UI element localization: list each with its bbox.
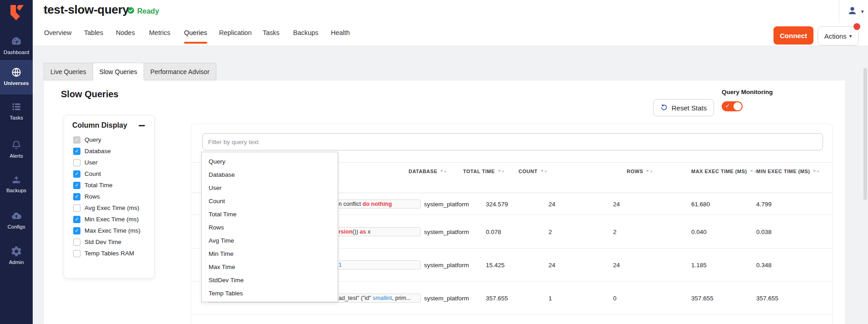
column-header-total_time[interactable]: TOTAL TIME: [463, 169, 505, 174]
column-header-database[interactable]: DATABASE: [409, 169, 447, 174]
sidebar-item-tasks[interactable]: Tasks: [0, 96, 33, 120]
sidebar-item-backups[interactable]: Backups: [0, 169, 33, 193]
checkbox-unchecked-icon: [73, 204, 80, 212]
column-header-rows[interactable]: ROWS: [627, 169, 653, 174]
caret-down-icon: ▾: [861, 9, 864, 15]
nav-tab-tables[interactable]: Tables: [84, 29, 103, 44]
user-menu[interactable]: ▾: [839, 0, 868, 23]
dropdown-item-rows[interactable]: Rows: [202, 221, 338, 234]
reset-stats-label: Reset Stats: [672, 104, 707, 112]
actions-button[interactable]: Actions ▾: [818, 26, 858, 45]
query-filter-input[interactable]: [202, 133, 823, 150]
query-monitoring-label: Query Monitoring: [722, 89, 773, 95]
sidebar-item-label: Configs: [8, 224, 25, 229]
sort-arrows-icon: [813, 169, 820, 174]
sort-arrows-icon: [498, 169, 505, 174]
column-header-count[interactable]: COUNT: [519, 169, 548, 174]
page-title: test-slow-query: [44, 3, 129, 17]
checkbox-checked-icon: ✓: [73, 148, 80, 155]
query-fragment: , prim...: [392, 295, 411, 301]
query-fragment: ad_test" ("id": [339, 295, 373, 301]
checkbox-checked-icon: ✓: [73, 216, 80, 223]
cell-database: system_platform: [424, 228, 469, 235]
dropdown-item-count[interactable]: Count: [202, 194, 338, 208]
column-option-rows[interactable]: ✓Rows: [64, 191, 154, 202]
dropdown-item-query[interactable]: Query: [202, 155, 338, 168]
column-header-min[interactable]: MIN EXEC TIME (MS): [756, 169, 820, 174]
cell-database: system_platform: [424, 200, 469, 207]
dropdown-item-temp-tables[interactable]: Temp Tables: [202, 287, 338, 300]
cell-max: 357.655: [691, 295, 713, 302]
nav-tab-tasks[interactable]: Tasks: [263, 29, 279, 44]
column-option-query[interactable]: ✓Query: [64, 134, 154, 145]
nav-tab-backups[interactable]: Backups: [293, 29, 319, 44]
dropdown-item-min-time[interactable]: Min Time: [202, 247, 338, 260]
cell-total_time: 0.078: [486, 228, 501, 235]
checkbox-checked-icon: ✓: [73, 182, 80, 189]
connect-button[interactable]: Connect: [773, 26, 813, 45]
subtab-performance-advisor[interactable]: Performance Advisor: [144, 63, 216, 80]
scrollbar-thumb[interactable]: [863, 68, 867, 200]
reset-arrow-icon: [660, 104, 668, 112]
sort-arrows-icon: [440, 169, 447, 174]
cell-count: 24: [549, 200, 555, 207]
cell-rows: 2: [613, 228, 617, 235]
cell-max: 61.680: [691, 200, 710, 207]
cell-total_time: 357.655: [486, 295, 508, 302]
query-subtabs: Live QueriesSlow QueriesPerformance Advi…: [44, 63, 216, 80]
cell-database: system_platform: [424, 295, 469, 302]
sort-arrows-icon: [540, 169, 548, 174]
dropdown-item-user[interactable]: User: [202, 181, 338, 194]
column-option-max-exec-time-ms[interactable]: ✓Max Exec Time (ms): [64, 225, 154, 236]
nav-tab-health[interactable]: Health: [331, 29, 350, 44]
check-circle-icon: [127, 7, 135, 16]
dropdown-item-database[interactable]: Database: [202, 168, 338, 181]
nav-tab-replication[interactable]: Replication: [219, 29, 252, 44]
nav-tab-nodes[interactable]: Nodes: [116, 29, 135, 44]
reset-stats-button[interactable]: Reset Stats: [653, 99, 714, 116]
column-option-min-exec-time-ms[interactable]: ✓Min Exec Time (ms): [64, 214, 154, 225]
dropdown-item-total-time[interactable]: Total Time: [202, 208, 338, 221]
sidebar-item-label: Dashboard: [4, 50, 29, 55]
column-option-label: Rows: [85, 193, 100, 200]
dropdown-item-stddev-time[interactable]: StdDev Time: [202, 274, 338, 287]
column-option-std-dev-time[interactable]: Std Dev Time: [64, 236, 154, 248]
column-option-count[interactable]: ✓Count: [64, 168, 154, 179]
yugabyte-logo[interactable]: [6, 3, 26, 23]
column-option-total-time[interactable]: ✓Total Time: [64, 179, 154, 191]
checkbox-checked-icon: ✓: [73, 227, 80, 234]
cell-max: 0.040: [691, 228, 707, 235]
sidebar-item-dashboard[interactable]: Dashboard: [0, 31, 33, 55]
sidebar-item-alerts[interactable]: Alerts: [0, 135, 33, 159]
sidebar-item-universes[interactable]: Universes: [0, 60, 33, 95]
dropdown-item-avg-time[interactable]: Avg Time: [202, 234, 338, 247]
cell-min: 4.799: [756, 200, 772, 207]
column-header-max[interactable]: MAX EXEC TIME (MS): [691, 169, 757, 174]
sidebar-item-admin[interactable]: Admin: [0, 241, 33, 265]
column-header-label: MAX EXEC TIME (MS): [691, 169, 747, 174]
nav-tab-queries[interactable]: Queries: [184, 29, 207, 44]
sidebar-item-configs[interactable]: Configs: [0, 205, 33, 229]
query-fragment: smallint: [373, 295, 392, 301]
subtab-slow-queries[interactable]: Slow Queries: [93, 63, 144, 80]
column-option-label: Avg Exec Time (ms): [85, 204, 140, 211]
query-monitoring-toggle[interactable]: [722, 101, 743, 111]
tasks-list-icon: [10, 101, 22, 113]
sort-arrows-icon: [646, 169, 653, 174]
nav-tab-metrics[interactable]: Metrics: [149, 29, 170, 44]
column-option-user[interactable]: User: [64, 157, 154, 168]
column-filter-dropdown: QueryDatabaseUserCountTotal TimeRowsAvg …: [201, 152, 338, 302]
sidebar-item-label: Backups: [6, 188, 26, 193]
app-screen: DashboardUniversesTasksAlertsBackupsConf…: [0, 0, 868, 324]
column-option-label: User: [85, 159, 98, 166]
slow-queries-panel: Slow Queries Reset Stats Query Monitorin…: [44, 80, 845, 324]
column-header-label: DATABASE: [409, 169, 437, 174]
nav-tab-overview[interactable]: Overview: [44, 29, 71, 44]
cell-rows: 24: [613, 262, 620, 269]
column-option-database[interactable]: ✓Database: [64, 145, 154, 157]
minus-icon[interactable]: [139, 125, 145, 126]
column-option-temp-tables-ram[interactable]: Temp Tables RAM: [64, 248, 154, 259]
dropdown-item-max-time[interactable]: Max Time: [202, 260, 338, 274]
subtab-live-queries[interactable]: Live Queries: [44, 63, 93, 80]
column-option-avg-exec-time-ms[interactable]: Avg Exec Time (ms): [64, 202, 154, 214]
